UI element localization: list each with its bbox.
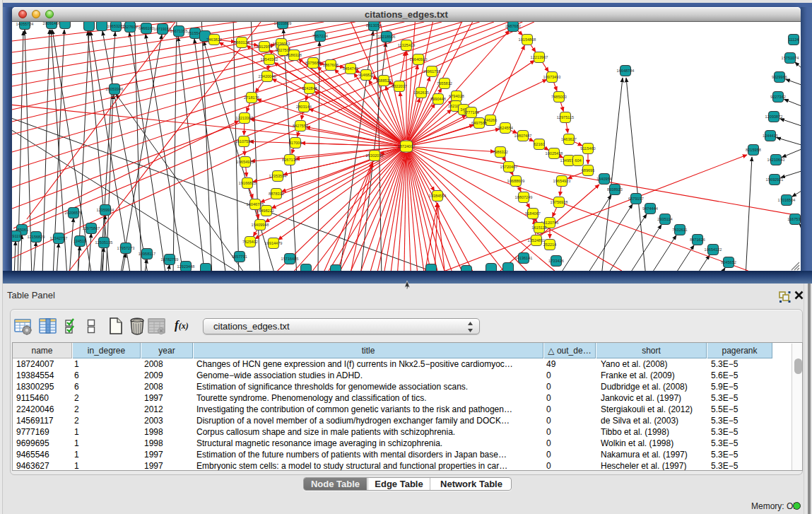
- svg-text:32975867: 32975867: [83, 226, 100, 230]
- svg-text:19756928: 19756928: [551, 200, 568, 204]
- svg-text:10025438: 10025438: [546, 151, 563, 156]
- svg-text:9329966: 9329966: [772, 75, 787, 79]
- svg-text:8454749: 8454749: [343, 66, 358, 71]
- svg-text:1362615: 1362615: [413, 90, 429, 95]
- svg-text:16210643: 16210643: [767, 158, 785, 162]
- svg-text:2867608: 2867608: [323, 63, 339, 67]
- svg-text:17016504: 17016504: [778, 198, 796, 202]
- svg-text:12213303: 12213303: [236, 116, 254, 120]
- svg-text:6794028: 6794028: [449, 94, 464, 98]
- svg-text:16648784: 16648784: [617, 69, 635, 73]
- svg-text:16107553: 16107553: [235, 139, 253, 144]
- svg-text:8938923: 8938923: [607, 187, 623, 192]
- svg-text:10543362: 10543362: [261, 57, 278, 62]
- svg-text:8267130: 8267130: [282, 158, 298, 162]
- svg-text:16961758: 16961758: [423, 69, 441, 74]
- svg-text:7625402: 7625402: [242, 240, 258, 244]
- svg-text:16033809: 16033809: [274, 22, 292, 25]
- svg-text:62160: 62160: [534, 142, 545, 146]
- svg-text:15720407: 15720407: [500, 165, 518, 169]
- svg-text:12353594: 12353594: [269, 174, 287, 178]
- svg-text:19654923: 19654923: [553, 179, 571, 183]
- svg-text:2718176: 2718176: [244, 95, 259, 100]
- svg-text:10719155: 10719155: [154, 27, 172, 31]
- svg-text:16046785: 16046785: [247, 202, 264, 206]
- svg-text:689695: 689695: [582, 168, 595, 173]
- svg-text:7986322: 7986322: [493, 150, 508, 154]
- svg-text:12156829: 12156829: [28, 235, 45, 239]
- svg-text:9777169: 9777169: [464, 110, 479, 115]
- svg-text:7463822: 7463822: [206, 37, 222, 42]
- svg-text:12093872: 12093872: [765, 115, 783, 119]
- svg-text:9245652: 9245652: [721, 260, 736, 264]
- svg-text:9657791: 9657791: [232, 255, 247, 259]
- svg-text:1167533: 1167533: [787, 217, 801, 221]
- svg-text:9242848: 9242848: [302, 86, 317, 90]
- svg-text:9184067: 9184067: [525, 211, 541, 216]
- svg-text:11124: 11124: [789, 37, 799, 42]
- svg-text:6679197: 6679197: [628, 197, 644, 201]
- svg-text:8471626: 8471626: [690, 238, 705, 242]
- svg-text:16782759: 16782759: [161, 257, 179, 262]
- svg-text:8878312: 8878312: [269, 192, 284, 196]
- svg-text:9146821: 9146821: [358, 73, 374, 77]
- svg-text:19218506: 19218506: [378, 35, 396, 39]
- svg-text:7632611: 7632611: [672, 228, 687, 232]
- svg-text:3624554: 3624554: [498, 126, 513, 130]
- svg-text:10958117: 10958117: [139, 252, 155, 256]
- svg-text:1588520: 1588520: [376, 78, 392, 83]
- svg-text:9115460: 9115460: [580, 146, 595, 151]
- svg-text:8660124: 8660124: [234, 40, 249, 45]
- svg-text:8186328: 8186328: [286, 53, 302, 57]
- svg-text:12213967: 12213967: [531, 55, 548, 59]
- svg-text:12359934: 12359934: [97, 208, 114, 212]
- svg-text:28053346: 28053346: [106, 87, 124, 91]
- svg-text:16671355: 16671355: [170, 29, 188, 33]
- svg-text:1640954: 1640954: [596, 177, 612, 181]
- svg-text:39119: 39119: [12, 234, 21, 238]
- svg-text:15751074: 15751074: [782, 56, 799, 60]
- svg-text:10973493: 10973493: [543, 75, 561, 79]
- svg-text:8427552: 8427552: [293, 124, 308, 128]
- svg-text:12505135: 12505135: [95, 240, 113, 245]
- svg-text:8990448: 8990448: [430, 97, 446, 101]
- svg-text:12923448: 12923448: [177, 264, 195, 269]
- svg-text:7485003: 7485003: [551, 95, 567, 99]
- svg-text:20091406: 20091406: [43, 22, 61, 25]
- svg-text:15692921: 15692921: [766, 177, 784, 182]
- svg-text:7955812: 7955812: [437, 81, 452, 86]
- svg-text:9474444: 9474444: [642, 206, 658, 211]
- svg-text:252214: 252214: [543, 243, 557, 247]
- svg-text:10688609: 10688609: [507, 179, 525, 183]
- svg-text:16640910: 16640910: [410, 57, 428, 62]
- svg-text:25302035: 25302035: [366, 153, 384, 158]
- svg-text:19654925: 19654925: [237, 160, 254, 164]
- svg-text:134519: 134519: [73, 239, 87, 243]
- svg-text:19384554: 19384554: [429, 194, 447, 198]
- svg-text:604: 604: [575, 158, 581, 163]
- svg-text:18807249: 18807249: [515, 195, 533, 199]
- svg-text:1244415: 1244415: [763, 134, 778, 138]
- svg-text:10807487: 10807487: [514, 134, 532, 138]
- svg-text:10154808: 10154808: [519, 37, 536, 42]
- svg-text:4498222: 4498222: [259, 209, 274, 213]
- svg-text:12975115: 12975115: [557, 115, 574, 119]
- svg-text:817006: 817006: [289, 141, 302, 145]
- svg-text:20206576: 20206576: [65, 211, 83, 215]
- svg-text:14055724: 14055724: [16, 22, 34, 26]
- svg-text:15716485: 15716485: [281, 257, 299, 261]
- svg-text:19166825: 19166825: [239, 181, 257, 185]
- svg-text:14136141: 14136141: [515, 256, 533, 260]
- svg-text:9227342: 9227342: [770, 95, 786, 99]
- svg-text:15409948: 15409948: [252, 223, 269, 227]
- svg-text:2935114: 2935114: [657, 217, 672, 221]
- svg-text:17957273: 17957273: [117, 246, 135, 250]
- svg-text:7857224: 7857224: [312, 34, 328, 38]
- svg-text:11325419: 11325419: [398, 43, 415, 47]
- svg-text:6497568: 6497568: [471, 121, 487, 125]
- svg-text:1733426: 1733426: [548, 259, 564, 263]
- svg-text:6466160: 6466160: [139, 26, 154, 30]
- svg-text:1527602: 1527602: [122, 25, 138, 29]
- svg-text:2803144: 2803144: [296, 105, 312, 109]
- svg-text:10654122: 10654122: [705, 247, 722, 252]
